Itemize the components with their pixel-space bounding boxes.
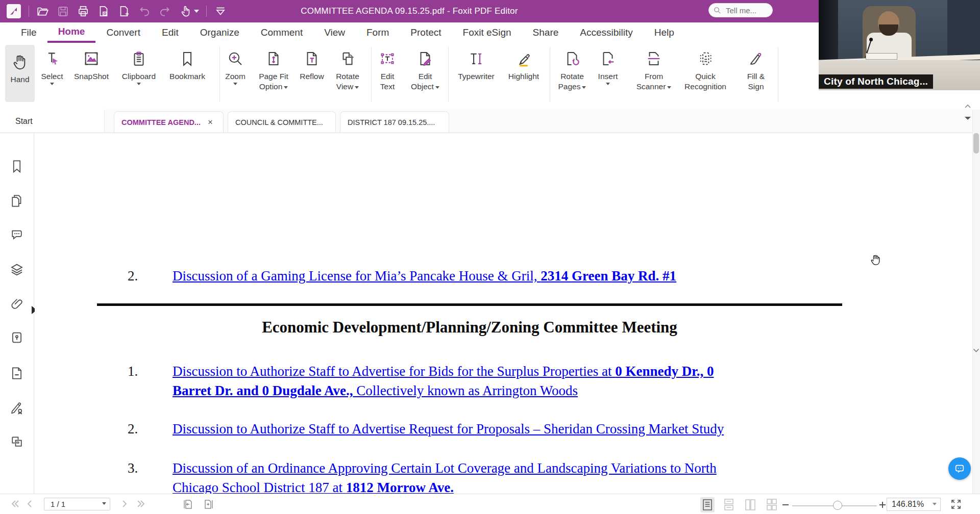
facing-view-icon[interactable] bbox=[743, 497, 757, 512]
typewriter-label: Typewriter bbox=[458, 72, 495, 81]
window-title: COMMITTEE AGENDA 09.15.25.pdf - Foxit PD… bbox=[0, 0, 819, 22]
continuous-view-icon[interactable] bbox=[722, 497, 736, 512]
fill-sign-icon bbox=[729, 46, 782, 71]
close-tab-icon[interactable]: × bbox=[208, 117, 213, 127]
menu-home[interactable]: Home bbox=[47, 22, 96, 43]
quick-recognition-button[interactable]: Quick Recognition bbox=[679, 46, 732, 92]
rotate-view-label-1: Rotate bbox=[336, 72, 359, 81]
tell-me-search[interactable] bbox=[708, 3, 773, 17]
fill-sign-label-2: Sign bbox=[748, 82, 764, 91]
snapshot-label: SnapShot bbox=[74, 72, 109, 81]
vertical-scrollbar[interactable] bbox=[972, 110, 980, 494]
pages-panel-icon[interactable] bbox=[9, 193, 24, 209]
scroll-down-icon[interactable] bbox=[973, 348, 979, 353]
agenda-link-surplus-properties-line2[interactable]: Barret Dr. and 0 Dugdale Ave., Collectiv… bbox=[173, 383, 578, 399]
assistant-chat-button[interactable] bbox=[948, 457, 971, 480]
bookmarks-panel-icon[interactable] bbox=[9, 159, 24, 174]
fields-panel-icon[interactable] bbox=[9, 434, 24, 449]
previous-page-icon[interactable] bbox=[27, 500, 33, 508]
highlight-button[interactable]: Highlight bbox=[497, 46, 550, 82]
signatures-panel-icon[interactable] bbox=[9, 400, 24, 416]
facing-continuous-view-icon[interactable] bbox=[765, 497, 779, 512]
tab-list-dropdown-icon[interactable] bbox=[965, 116, 971, 120]
last-page-icon[interactable] bbox=[136, 500, 146, 508]
tab-council-committee[interactable]: COUNCIL & COMMITTE... bbox=[228, 111, 336, 133]
page-number-value: 1 / 1 bbox=[51, 500, 65, 508]
video-background bbox=[947, 0, 980, 61]
fill-sign-label-1: Fill & bbox=[747, 72, 765, 81]
collapse-ribbon-icon[interactable] bbox=[964, 104, 971, 109]
menu-foxit-esign[interactable]: Foxit eSign bbox=[452, 22, 522, 43]
edit-object-button[interactable]: Edit Object bbox=[399, 46, 452, 92]
meeting-video-overlay[interactable]: City of North Chicag... bbox=[819, 0, 980, 90]
menu-accessibility[interactable]: Accessibility bbox=[569, 22, 643, 43]
chat-bubble-icon bbox=[954, 463, 965, 474]
next-page-icon[interactable] bbox=[121, 500, 128, 508]
attachments-panel-icon[interactable] bbox=[9, 296, 24, 312]
rotate-pages-label-1: Rotate bbox=[560, 72, 584, 81]
security-panel-icon[interactable] bbox=[9, 330, 24, 345]
menu-help[interactable]: Help bbox=[644, 22, 685, 43]
quick-recognition-label-2: Recognition bbox=[684, 82, 726, 91]
search-input[interactable] bbox=[725, 6, 770, 15]
fill-and-sign-button[interactable]: Fill & Sign bbox=[729, 46, 782, 92]
agenda-link-sheridan-crossing[interactable]: Discussion to Authorize Staff to Adverti… bbox=[173, 421, 724, 437]
menu-convert[interactable]: Convert bbox=[95, 22, 151, 43]
tab-committee-agenda[interactable]: COMMITTEE AGEND... × bbox=[114, 111, 224, 133]
page-number-box[interactable]: 1 / 1 bbox=[44, 498, 110, 510]
agenda-link-gaming-license[interactable]: Discussion of a Gaming License for Mia’s… bbox=[173, 268, 676, 284]
menu-organize[interactable]: Organize bbox=[189, 22, 250, 43]
chevron-down-icon bbox=[933, 503, 937, 507]
agenda-link-lot-coverage-line1[interactable]: Discussion of an Ordinance Approving Cer… bbox=[173, 460, 717, 476]
layers-panel-icon[interactable] bbox=[9, 262, 24, 277]
list-number: 2. bbox=[128, 268, 138, 284]
section-divider bbox=[97, 303, 842, 306]
chevron-down-icon bbox=[102, 502, 106, 507]
menu-comment[interactable]: Comment bbox=[250, 22, 313, 43]
menu-protect[interactable]: Protect bbox=[400, 22, 452, 43]
menu-share[interactable]: Share bbox=[522, 22, 570, 43]
tab-start[interactable]: Start bbox=[0, 110, 105, 133]
snapshot-button[interactable]: SnapShot bbox=[65, 46, 118, 82]
destinations-panel-icon[interactable] bbox=[9, 366, 24, 381]
insert-pages-button[interactable]: Insert bbox=[581, 46, 634, 87]
first-page-icon[interactable] bbox=[10, 500, 20, 508]
clipboard-icon bbox=[112, 46, 165, 71]
agenda-link-lot-coverage-line2[interactable]: Chicago School District 187 at 1812 Morr… bbox=[173, 480, 454, 494]
insert-label: Insert bbox=[598, 72, 618, 81]
menu-view[interactable]: View bbox=[313, 22, 356, 43]
chevron-down-icon bbox=[606, 83, 610, 87]
list-number: 3. bbox=[128, 460, 138, 476]
tab-district-187[interactable]: DISTRICT 187 09.15.25.... bbox=[340, 111, 449, 133]
quick-recognition-label-1: Quick bbox=[695, 72, 716, 81]
clipboard-button[interactable]: Clipboard bbox=[112, 46, 165, 87]
next-view-icon[interactable] bbox=[202, 498, 214, 510]
previous-view-icon[interactable] bbox=[182, 498, 194, 510]
edit-text-label-2: Text bbox=[380, 82, 395, 91]
snapshot-icon bbox=[65, 46, 118, 71]
bookmark-icon bbox=[161, 46, 214, 71]
zoom-in-icon[interactable] bbox=[879, 501, 886, 508]
list-number: 2. bbox=[128, 421, 138, 437]
comments-panel-icon[interactable] bbox=[9, 227, 24, 242]
from-scanner-label-1: From bbox=[645, 72, 663, 81]
chevron-down-icon bbox=[667, 86, 671, 91]
menu-form[interactable]: Form bbox=[356, 22, 400, 43]
menu-file[interactable]: File bbox=[10, 22, 47, 43]
single-page-view-icon[interactable] bbox=[700, 497, 715, 512]
zoom-level-box[interactable]: 146.81% bbox=[887, 498, 941, 511]
fullscreen-icon[interactable] bbox=[950, 499, 962, 510]
agenda-link-surplus-properties-line1[interactable]: Discussion to Authorize Staff to Adverti… bbox=[173, 364, 714, 379]
from-scanner-button[interactable]: From Scanner bbox=[627, 46, 680, 92]
edit-text-label-1: Edit bbox=[381, 72, 395, 81]
bookmark-button[interactable]: Bookmark bbox=[161, 46, 214, 82]
zoom-slider-knob[interactable] bbox=[833, 501, 842, 510]
scrollbar-thumb[interactable] bbox=[973, 133, 979, 153]
zoom-out-icon[interactable] bbox=[782, 501, 789, 508]
highlight-icon bbox=[497, 46, 550, 71]
typewriter-button[interactable]: Typewriter bbox=[450, 46, 503, 82]
document-tab-bar: Start COMMITTEE AGEND... × COUNCIL & COM… bbox=[0, 110, 980, 133]
edit-object-label-1: Edit bbox=[419, 72, 432, 81]
hand-cursor bbox=[869, 252, 883, 267]
menu-edit[interactable]: Edit bbox=[151, 22, 189, 43]
